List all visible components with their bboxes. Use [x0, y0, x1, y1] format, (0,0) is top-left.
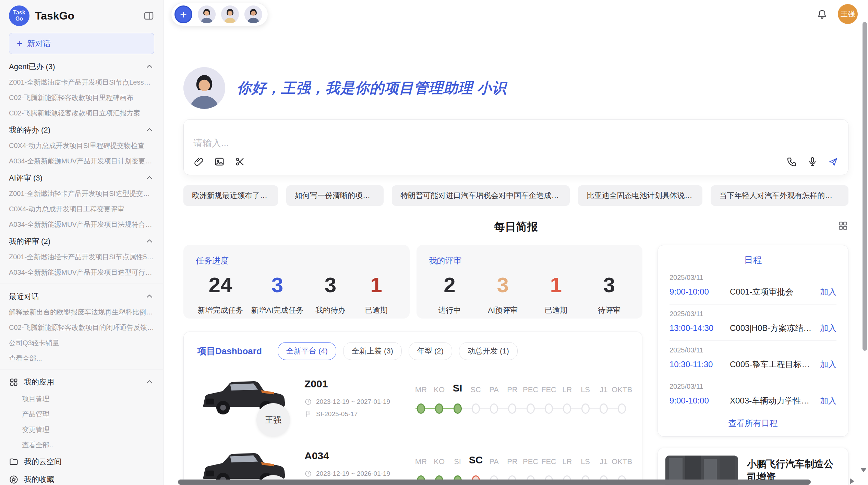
chat-input-box[interactable]: 请输入...	[183, 119, 848, 175]
image-icon[interactable]	[214, 156, 225, 167]
join-link[interactable]: 加入	[820, 395, 836, 406]
chevron-up-icon[interactable]	[145, 237, 154, 246]
contact-avatar-2[interactable]	[221, 5, 239, 23]
horizontal-scrollbar[interactable]	[178, 480, 811, 485]
user-avatar[interactable]: 王强	[838, 4, 858, 24]
dashboard-tab[interactable]: 全新平台 (4)	[278, 342, 336, 360]
milestone-dot[interactable]	[527, 403, 535, 414]
stat-label: 已逾期	[357, 305, 395, 315]
dashboard-tab[interactable]: 年型 (2)	[409, 342, 452, 360]
sidebar-conversation-item[interactable]: C02-飞腾新能源轻客改款项目的闭环通告反馈情况	[9, 320, 154, 335]
sidebar-section-header[interactable]: AI评审 (3)	[9, 169, 154, 186]
chevron-up-icon[interactable]	[145, 377, 154, 387]
project-dates: 2023-12-19 ~ 2026-01-19	[304, 470, 413, 477]
dashboard-tab[interactable]: 全新上装 (3)	[343, 342, 402, 360]
sidebar-section-title: AI评审 (3)	[9, 173, 43, 183]
contact-avatar-1[interactable]	[198, 5, 216, 23]
sidebar-conversation-item[interactable]: 解释最新出台的欧盟报废车法规再生塑料比例被调至15%...	[9, 304, 154, 320]
suggestion-chip[interactable]: 特朗普可能对进口汽车增税会对中国车企造成哪些影响	[392, 185, 570, 206]
stat-label: 已逾期	[537, 305, 575, 315]
collapse-sidebar-button[interactable]	[143, 10, 154, 21]
schedule-date: 2025/03/11	[670, 274, 836, 282]
sidebar-app-item[interactable]: 项目管理	[9, 391, 154, 407]
schedule-item: 2025/03/1113:00-14:30C003|H0B-方案冻结评审加入	[670, 304, 836, 341]
sidebar-item-favorites[interactable]: 我的收藏	[9, 471, 154, 485]
suggestion-chip[interactable]: 欧洲新规最近颁布了什么?	[183, 185, 278, 206]
sidebar-section-header[interactable]: 我的待办 (2)	[9, 121, 154, 138]
scissors-icon[interactable]	[234, 156, 245, 167]
microphone-icon[interactable]	[807, 156, 818, 167]
milestone-label: SI	[454, 457, 461, 466]
chevron-up-icon[interactable]	[145, 173, 154, 183]
milestone-dot[interactable]	[563, 403, 571, 414]
schedule-time: 10:30-11:30	[670, 360, 730, 369]
schedule-name: C001-立项审批会	[730, 286, 815, 297]
sidebar-task-item[interactable]: C0X4-动力总成开发项目工程变更评审	[9, 201, 154, 217]
project-row[interactable]: 王强A0342023-12-19 ~ 2026-01-19SC-2025-05-…	[197, 442, 628, 485]
briefing-stat-card: 我的评审2进行中3AI预评审1已逾期3待评审	[417, 245, 643, 319]
project-flag-label: SI-2025-05-17	[316, 410, 358, 418]
recent-chats-header[interactable]: 最近对话	[9, 287, 154, 304]
suggestion-chip[interactable]: 比亚迪全固态电池计划具体说了什么	[578, 185, 702, 206]
attachment-icon[interactable]	[193, 156, 204, 167]
milestone-dot[interactable]	[508, 403, 516, 414]
join-link[interactable]: 加入	[820, 286, 836, 297]
milestone-label: KO	[434, 385, 445, 394]
milestone-dot[interactable]	[435, 403, 443, 414]
project-date-range: 2023-12-19 ~ 2026-01-19	[316, 470, 390, 477]
sidebar-app-item[interactable]: 查看全部..	[9, 437, 154, 453]
milestone-dot[interactable]	[417, 403, 425, 414]
sidebar-conversation-item[interactable]: 公司Q3轻卡销量	[9, 335, 154, 351]
sidebar-section-header[interactable]: 我的评审 (2)	[9, 232, 154, 249]
contact-avatar-3[interactable]	[244, 5, 262, 23]
milestone-dot[interactable]	[472, 403, 480, 414]
phone-icon[interactable]	[786, 156, 797, 167]
scrollbar-down-arrow[interactable]	[860, 468, 867, 472]
bell-icon[interactable]	[817, 9, 828, 20]
sidebar-item-my-apps[interactable]: 我的应用	[9, 373, 154, 391]
sidebar-scroll-area: Agent已办 (3)Z001-全新燃油皮卡产品开发项目SI节点Lesson L…	[0, 55, 163, 485]
sidebar-app-item[interactable]: 变更管理	[9, 422, 154, 437]
sidebar-section-header[interactable]: Agent已办 (3)	[9, 58, 154, 75]
chevron-up-icon[interactable]	[145, 292, 154, 301]
sidebar-task-item[interactable]: C0X4-动力总成开发项目SI里程碑提交物检查	[9, 138, 154, 153]
suggestion-chip[interactable]: 当下年轻人对汽车外观有怎样的喜好趋势	[711, 185, 848, 206]
chevron-up-icon[interactable]	[145, 62, 154, 72]
sidebar-app-item[interactable]: 产品管理	[9, 407, 154, 422]
milestone-dot[interactable]	[600, 403, 608, 414]
milestone-dot[interactable]	[545, 403, 553, 414]
greeting-block: 你好，王强，我是你的项目管理助理 小识	[183, 67, 848, 109]
suggestion-chip[interactable]: 如何写一份清晰的项目周报	[286, 185, 384, 206]
app-root: Task Go TaskGo + 新对话 Agent已办 (3)Z001-全新燃…	[0, 0, 868, 485]
layout-grid-button[interactable]	[837, 220, 848, 233]
sidebar-conversation-item[interactable]: 查看全部...	[9, 351, 154, 366]
vertical-scrollbar[interactable]	[863, 22, 867, 351]
sidebar-task-item[interactable]: Z001-全新燃油皮卡产品开发项目SI节点Lesson Learn报告	[9, 75, 154, 90]
send-icon[interactable]	[828, 156, 839, 167]
join-link[interactable]: 加入	[820, 323, 836, 334]
add-contact-button[interactable]: +	[174, 5, 192, 23]
sidebar-task-item[interactable]: C02-飞腾新能源轻客改款项目立项汇报方案	[9, 105, 154, 121]
join-link[interactable]: 加入	[820, 359, 836, 370]
sidebar-task-item[interactable]: Z001-全新燃油轻卡产品开发项目SI造型提交物评审	[9, 186, 154, 201]
milestone-dot[interactable]	[490, 403, 498, 414]
scrollbar-right-arrow[interactable]	[850, 478, 854, 484]
sidebar-item-cloud-space[interactable]: 我的云空间	[9, 453, 154, 471]
sidebar-task-item[interactable]: A034-全新新能源MUV产品开发项目计划变更表编写	[9, 153, 154, 169]
stat-item: 3AI预评审	[484, 274, 522, 315]
chevron-up-icon[interactable]	[145, 125, 154, 135]
sidebar-task-item[interactable]: A034-全新新能源MUV产品开发项目造型可行性评审	[9, 265, 154, 280]
milestone-dot[interactable]	[581, 403, 590, 414]
divider	[0, 284, 163, 284]
view-all-schedule-link[interactable]: 查看所有日程	[670, 413, 836, 432]
project-media: 王强	[197, 370, 300, 431]
dashboard-tab[interactable]: 动总开发 (1)	[459, 342, 518, 360]
sidebar-task-item[interactable]: C02-飞腾新能源轻客改款项目里程碑画布	[9, 90, 154, 105]
project-row[interactable]: 王强Z0012023-12-19 ~ 2027-01-19SI-2025-05-…	[197, 370, 628, 431]
sidebar-task-item[interactable]: A034-全新新能源MUV产品开发项目法规符合性评审	[9, 217, 154, 232]
milestone-dot[interactable]	[454, 403, 462, 414]
sidebar-task-item[interactable]: Z001-全新燃油轻卡产品开发项目SI节点属性5D文件评审	[9, 249, 154, 265]
schedule-name: X003-车辆动力学性能验...	[730, 395, 815, 406]
new-chat-button[interactable]: + 新对话	[9, 33, 154, 54]
milestone-dot[interactable]	[618, 403, 626, 414]
